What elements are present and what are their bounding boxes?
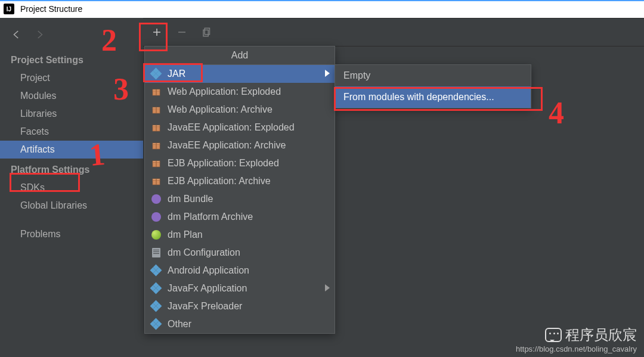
section-project-settings: Project Settings: [0, 49, 143, 69]
sidebar-item-sdks[interactable]: SDKs: [0, 179, 143, 197]
remove-button[interactable]: [175, 26, 188, 39]
gift-icon: [151, 104, 162, 115]
diamond-grid-icon: [151, 265, 162, 276]
sidebar-item-problems[interactable]: Problems: [0, 225, 143, 243]
bundle-icon: [151, 194, 162, 204]
gift-icon: [151, 140, 162, 151]
dropdown-item-label: dm Bundle: [168, 194, 213, 204]
add-dropdown: Add JARWeb Application: ExplodedWeb Appl…: [144, 46, 335, 334]
dropdown-item-javafx-application[interactable]: JavaFx Application: [145, 280, 335, 297]
dropdown-item-web-application-archive[interactable]: Web Application: Archive: [145, 101, 335, 119]
dropdown-item-dm-plan[interactable]: dm Plan: [145, 226, 335, 244]
dropdown-item-dm-bundle[interactable]: dm Bundle: [145, 190, 335, 208]
diamond-grid-icon: [151, 319, 162, 330]
gift-icon: [151, 122, 162, 133]
svg-rect-1: [203, 30, 208, 36]
sidebar-item-modules[interactable]: Modules: [0, 87, 143, 105]
dropdown-item-label: Android Application: [168, 265, 249, 276]
dropdown-item-label: dm Platform Archive: [168, 212, 253, 222]
add-button[interactable]: [150, 26, 163, 39]
section-platform-settings: Platform Settings: [0, 159, 143, 179]
dropdown-item-label: Web Application: Exploded: [168, 86, 281, 97]
dropdown-item-label: JavaEE Application: Archive: [168, 140, 286, 151]
dropdown-item-web-application-exploded[interactable]: Web Application: Exploded: [145, 83, 335, 101]
dropdown-item-javaee-application-archive[interactable]: JavaEE Application: Archive: [145, 136, 335, 154]
diamond-grid-icon: [151, 301, 162, 312]
copy-button[interactable]: [200, 26, 213, 39]
sidebar: Project Settings Project Modules Librari…: [0, 18, 143, 357]
sidebar-item-project[interactable]: Project: [0, 69, 143, 87]
gift-icon: [151, 86, 162, 97]
dropdown-item-label: dm Configuration: [168, 247, 240, 258]
forward-icon[interactable]: [33, 29, 45, 41]
dropdown-item-javaee-application-exploded[interactable]: JavaEE Application: Exploded: [145, 119, 335, 136]
diamond-grid-icon: [151, 69, 162, 79]
chevron-right-icon: [325, 283, 330, 294]
dropdown-item-label: JAR: [168, 69, 185, 79]
dropdown-item-label: dm Plan: [168, 229, 203, 240]
dropdown-item-label: EJB Application: Archive: [168, 176, 271, 187]
dropdown-item-other[interactable]: Other: [145, 315, 335, 333]
dropdown-item-ejb-application-archive[interactable]: EJB Application: Archive: [145, 172, 335, 190]
submenu-item-from-modules-with-dependencies-[interactable]: From modules with dependencies...: [335, 86, 531, 108]
doc-icon: [151, 247, 162, 258]
dropdown-item-label: JavaFx Application: [168, 283, 247, 294]
dropdown-item-jar[interactable]: JAR: [145, 65, 335, 83]
sidebar-item-artifacts[interactable]: Artifacts: [0, 141, 143, 159]
sidebar-item-global-libraries[interactable]: Global Libraries: [0, 197, 143, 215]
chevron-right-icon: [325, 69, 330, 79]
dropdown-item-label: JavaFx Preloader: [168, 301, 242, 312]
artifacts-toolbar: [143, 18, 644, 46]
gift-icon: [151, 158, 162, 169]
dropdown-item-dm-configuration[interactable]: dm Configuration: [145, 244, 335, 262]
diamond-grid-icon: [151, 283, 162, 294]
app-icon: IJ: [4, 4, 14, 14]
dropdown-item-android-application[interactable]: Android Application: [145, 262, 335, 280]
jar-submenu: EmptyFrom modules with dependencies...: [335, 64, 531, 108]
gift-icon: [151, 176, 162, 187]
dropdown-title: Add: [145, 46, 335, 65]
window-title: Project Structure: [20, 4, 82, 14]
dropdown-item-label: Web Application: Archive: [168, 104, 273, 115]
back-icon[interactable]: [11, 29, 23, 41]
submenu-item-empty[interactable]: Empty: [335, 65, 531, 86]
titlebar: IJ Project Structure: [0, 0, 644, 18]
svg-rect-0: [205, 28, 209, 35]
dropdown-item-label: JavaEE Application: Exploded: [168, 122, 295, 133]
globe-icon: [151, 229, 162, 240]
bundle-icon: [151, 212, 162, 222]
dropdown-item-dm-platform-archive[interactable]: dm Platform Archive: [145, 208, 335, 226]
sidebar-item-facets[interactable]: Facets: [0, 123, 143, 141]
sidebar-item-libraries[interactable]: Libraries: [0, 105, 143, 123]
dropdown-item-javafx-preloader[interactable]: JavaFx Preloader: [145, 297, 335, 315]
dropdown-item-label: EJB Application: Exploded: [168, 158, 279, 169]
dropdown-item-ejb-application-exploded[interactable]: EJB Application: Exploded: [145, 154, 335, 172]
dropdown-item-label: Other: [168, 319, 191, 330]
